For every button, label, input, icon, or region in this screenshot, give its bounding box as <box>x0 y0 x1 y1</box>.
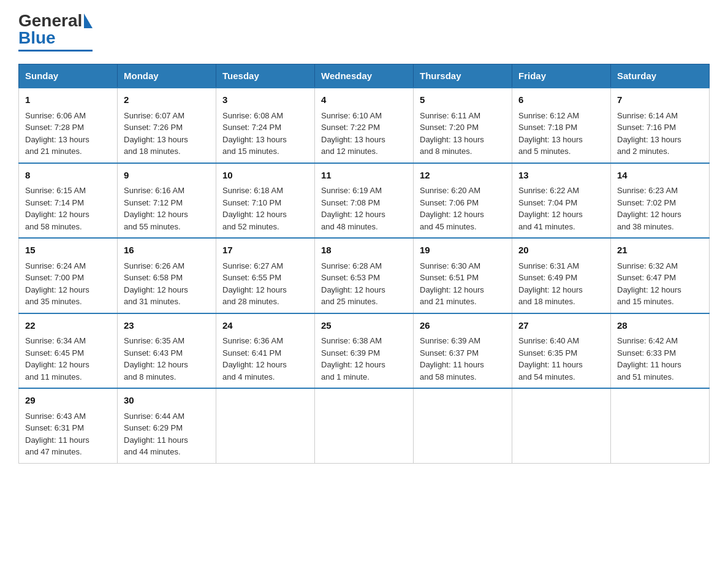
day-number-29: 29 <box>25 394 111 408</box>
day-cell-9: 9Sunrise: 6:16 AM Sunset: 7:12 PM Daylig… <box>118 163 216 239</box>
day-cell-12: 12Sunrise: 6:20 AM Sunset: 7:06 PM Dayli… <box>414 163 512 239</box>
day-info-24: Sunrise: 6:36 AM Sunset: 6:41 PM Dayligh… <box>222 335 308 383</box>
day-info-12: Sunrise: 6:20 AM Sunset: 7:06 PM Dayligh… <box>420 185 506 232</box>
day-info-11: Sunrise: 6:19 AM Sunset: 7:08 PM Dayligh… <box>321 185 407 232</box>
day-cell-16: 16Sunrise: 6:26 AM Sunset: 6:58 PM Dayli… <box>118 238 216 313</box>
day-number-23: 23 <box>124 319 210 333</box>
weekday-header-row: SundayMondayTuesdayWednesdayThursdayFrid… <box>19 64 710 88</box>
day-number-22: 22 <box>25 319 111 333</box>
weekday-header-tuesday: Tuesday <box>216 64 315 88</box>
weekday-header-monday: Monday <box>118 64 216 88</box>
day-number-3: 3 <box>222 93 308 107</box>
day-cell-26: 26Sunrise: 6:39 AM Sunset: 6:37 PM Dayli… <box>414 313 512 389</box>
weekday-header-saturday: Saturday <box>611 64 710 88</box>
logo-blue-part: Blue <box>18 28 56 48</box>
day-number-30: 30 <box>124 394 210 408</box>
day-cell-2: 2Sunrise: 6:07 AM Sunset: 7:26 PM Daylig… <box>118 88 216 163</box>
day-info-6: Sunrise: 6:12 AM Sunset: 7:18 PM Dayligh… <box>518 110 604 158</box>
empty-cell <box>216 388 315 463</box>
day-number-25: 25 <box>321 319 407 333</box>
day-info-19: Sunrise: 6:30 AM Sunset: 6:51 PM Dayligh… <box>420 260 506 308</box>
empty-cell <box>414 388 512 463</box>
day-number-28: 28 <box>617 319 703 333</box>
day-cell-4: 4Sunrise: 6:10 AM Sunset: 7:22 PM Daylig… <box>315 88 414 163</box>
day-number-5: 5 <box>420 93 506 107</box>
day-info-7: Sunrise: 6:14 AM Sunset: 7:16 PM Dayligh… <box>617 110 703 158</box>
day-info-13: Sunrise: 6:22 AM Sunset: 7:04 PM Dayligh… <box>518 185 604 232</box>
day-number-13: 13 <box>518 169 604 183</box>
day-number-1: 1 <box>25 93 111 107</box>
day-info-16: Sunrise: 6:26 AM Sunset: 6:58 PM Dayligh… <box>124 260 210 308</box>
day-info-17: Sunrise: 6:27 AM Sunset: 6:55 PM Dayligh… <box>222 260 308 308</box>
day-cell-15: 15Sunrise: 6:24 AM Sunset: 7:00 PM Dayli… <box>19 238 118 313</box>
day-cell-1: 1Sunrise: 6:06 AM Sunset: 7:28 PM Daylig… <box>19 88 118 163</box>
day-info-1: Sunrise: 6:06 AM Sunset: 7:28 PM Dayligh… <box>25 110 111 158</box>
day-info-21: Sunrise: 6:32 AM Sunset: 6:47 PM Dayligh… <box>617 260 703 308</box>
day-cell-25: 25Sunrise: 6:38 AM Sunset: 6:39 PM Dayli… <box>315 313 414 389</box>
weekday-header-thursday: Thursday <box>414 64 512 88</box>
day-info-28: Sunrise: 6:42 AM Sunset: 6:33 PM Dayligh… <box>617 335 703 383</box>
week-row-1: 1Sunrise: 6:06 AM Sunset: 7:28 PM Daylig… <box>19 88 710 163</box>
page-header: General Blue <box>18 12 710 52</box>
day-info-22: Sunrise: 6:34 AM Sunset: 6:45 PM Dayligh… <box>25 335 111 383</box>
day-info-3: Sunrise: 6:08 AM Sunset: 7:24 PM Dayligh… <box>222 110 308 158</box>
day-number-20: 20 <box>518 243 604 258</box>
day-cell-6: 6Sunrise: 6:12 AM Sunset: 7:18 PM Daylig… <box>512 88 611 163</box>
day-number-8: 8 <box>25 169 111 183</box>
day-number-19: 19 <box>420 243 506 258</box>
day-cell-22: 22Sunrise: 6:34 AM Sunset: 6:45 PM Dayli… <box>19 313 118 389</box>
day-cell-8: 8Sunrise: 6:15 AM Sunset: 7:14 PM Daylig… <box>19 163 118 239</box>
day-info-8: Sunrise: 6:15 AM Sunset: 7:14 PM Dayligh… <box>25 185 111 232</box>
day-number-18: 18 <box>321 243 407 258</box>
day-cell-18: 18Sunrise: 6:28 AM Sunset: 6:53 PM Dayli… <box>315 238 414 313</box>
logo: General Blue <box>18 12 93 52</box>
day-number-14: 14 <box>617 169 703 183</box>
day-number-12: 12 <box>420 169 506 183</box>
day-info-30: Sunrise: 6:44 AM Sunset: 6:29 PM Dayligh… <box>124 410 210 458</box>
day-info-5: Sunrise: 6:11 AM Sunset: 7:20 PM Dayligh… <box>420 110 506 158</box>
day-number-21: 21 <box>617 243 703 258</box>
day-cell-3: 3Sunrise: 6:08 AM Sunset: 7:24 PM Daylig… <box>216 88 315 163</box>
day-number-11: 11 <box>321 169 407 183</box>
logo-underline <box>18 50 93 52</box>
day-number-27: 27 <box>518 319 604 333</box>
logo-flag-icon <box>84 13 93 28</box>
day-cell-21: 21Sunrise: 6:32 AM Sunset: 6:47 PM Dayli… <box>611 238 710 313</box>
day-number-15: 15 <box>25 243 111 258</box>
logo-general-part: General <box>18 12 82 29</box>
day-number-24: 24 <box>222 319 308 333</box>
day-info-10: Sunrise: 6:18 AM Sunset: 7:10 PM Dayligh… <box>222 185 308 232</box>
day-number-6: 6 <box>518 93 604 107</box>
day-cell-20: 20Sunrise: 6:31 AM Sunset: 6:49 PM Dayli… <box>512 238 611 313</box>
day-cell-7: 7Sunrise: 6:14 AM Sunset: 7:16 PM Daylig… <box>611 88 710 163</box>
day-cell-23: 23Sunrise: 6:35 AM Sunset: 6:43 PM Dayli… <box>118 313 216 389</box>
day-cell-29: 29Sunrise: 6:43 AM Sunset: 6:31 PM Dayli… <box>19 388 118 463</box>
day-info-14: Sunrise: 6:23 AM Sunset: 7:02 PM Dayligh… <box>617 185 703 232</box>
day-cell-19: 19Sunrise: 6:30 AM Sunset: 6:51 PM Dayli… <box>414 238 512 313</box>
empty-cell <box>512 388 611 463</box>
week-row-2: 8Sunrise: 6:15 AM Sunset: 7:14 PM Daylig… <box>19 163 710 239</box>
day-info-18: Sunrise: 6:28 AM Sunset: 6:53 PM Dayligh… <box>321 260 407 308</box>
calendar-table: SundayMondayTuesdayWednesdayThursdayFrid… <box>18 64 710 464</box>
day-cell-30: 30Sunrise: 6:44 AM Sunset: 6:29 PM Dayli… <box>118 388 216 463</box>
day-number-2: 2 <box>124 93 210 107</box>
day-cell-13: 13Sunrise: 6:22 AM Sunset: 7:04 PM Dayli… <box>512 163 611 239</box>
day-cell-14: 14Sunrise: 6:23 AM Sunset: 7:02 PM Dayli… <box>611 163 710 239</box>
day-cell-5: 5Sunrise: 6:11 AM Sunset: 7:20 PM Daylig… <box>414 88 512 163</box>
weekday-header-wednesday: Wednesday <box>315 64 414 88</box>
day-info-29: Sunrise: 6:43 AM Sunset: 6:31 PM Dayligh… <box>25 410 111 458</box>
day-info-20: Sunrise: 6:31 AM Sunset: 6:49 PM Dayligh… <box>518 260 604 308</box>
day-cell-11: 11Sunrise: 6:19 AM Sunset: 7:08 PM Dayli… <box>315 163 414 239</box>
day-number-16: 16 <box>124 243 210 258</box>
weekday-header-friday: Friday <box>512 64 611 88</box>
day-info-2: Sunrise: 6:07 AM Sunset: 7:26 PM Dayligh… <box>124 110 210 158</box>
empty-cell <box>611 388 710 463</box>
day-cell-28: 28Sunrise: 6:42 AM Sunset: 6:33 PM Dayli… <box>611 313 710 389</box>
day-info-15: Sunrise: 6:24 AM Sunset: 7:00 PM Dayligh… <box>25 260 111 308</box>
day-number-26: 26 <box>420 319 506 333</box>
day-cell-10: 10Sunrise: 6:18 AM Sunset: 7:10 PM Dayli… <box>216 163 315 239</box>
weekday-header-sunday: Sunday <box>19 64 118 88</box>
day-info-9: Sunrise: 6:16 AM Sunset: 7:12 PM Dayligh… <box>124 185 210 232</box>
week-row-5: 29Sunrise: 6:43 AM Sunset: 6:31 PM Dayli… <box>19 388 710 463</box>
day-info-27: Sunrise: 6:40 AM Sunset: 6:35 PM Dayligh… <box>518 335 604 383</box>
